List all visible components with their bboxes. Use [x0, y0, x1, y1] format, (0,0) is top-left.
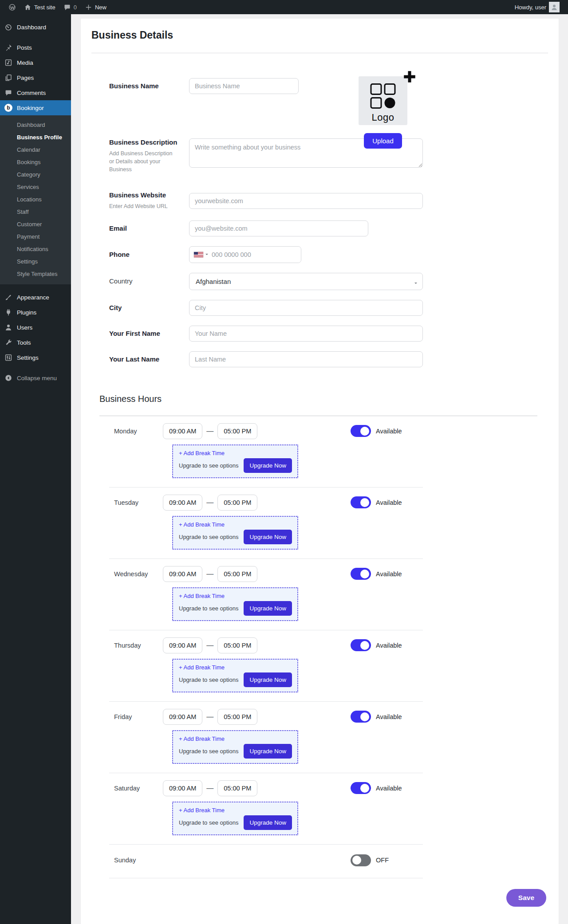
end-time-input[interactable]: 05:00 PM	[217, 566, 257, 582]
site-menu[interactable]: Test site	[20, 0, 59, 14]
sidebar-item-posts[interactable]: Posts	[0, 40, 71, 55]
start-time-input[interactable]: 09:00 AM	[163, 709, 202, 725]
sidebar-subitem-notifications[interactable]: Notifications	[0, 243, 71, 255]
page-title: Business Details	[91, 28, 548, 53]
upgrade-now-button[interactable]: Upgrade Now	[244, 815, 292, 830]
sidebar-item-bookingor[interactable]: b Bookingor	[0, 100, 71, 115]
business-website-help: Enter Add Website URL	[109, 202, 176, 210]
country-select[interactable]: Afghanistan	[189, 273, 423, 290]
wrench-icon	[4, 338, 12, 346]
availability-label: Available	[376, 642, 402, 649]
end-time-input[interactable]: 05:00 PM	[217, 709, 257, 725]
add-break-time-link[interactable]: + Add Break Time	[179, 521, 292, 528]
sidebar-item-users[interactable]: Users	[0, 320, 71, 335]
sidebar-subitem-settings[interactable]: Settings	[0, 255, 71, 267]
add-break-time-link[interactable]: + Add Break Time	[179, 450, 292, 456]
availability-toggle[interactable]	[351, 782, 371, 794]
new-label: New	[95, 4, 106, 11]
sidebar-subitem-calendar[interactable]: Calendar	[0, 143, 71, 156]
sidebar-item-settings[interactable]: Settings	[0, 350, 71, 365]
business-name-input[interactable]	[189, 78, 299, 94]
phone-label: Phone	[109, 251, 130, 258]
sidebar-subitem-style-templates[interactable]: Style Templates	[0, 267, 71, 280]
time-range-dash: —	[206, 641, 213, 649]
sidebar-subitem-bookings[interactable]: Bookings	[0, 156, 71, 168]
add-break-time-link[interactable]: + Add Break Time	[179, 735, 292, 742]
end-time-input[interactable]: 05:00 PM	[217, 495, 257, 511]
sidebar-item-media[interactable]: Media	[0, 55, 71, 70]
sidebar-item-plugins[interactable]: Plugins	[0, 305, 71, 320]
business-hours-row: Monday 09:00 AM — 05:00 PM Available + A…	[109, 416, 423, 488]
sidebar-item-dashboard[interactable]: Dashboard	[0, 20, 71, 35]
upgrade-now-button[interactable]: Upgrade Now	[244, 530, 292, 544]
day-label: Thursday	[109, 642, 163, 649]
logo-placeholder[interactable]: Logo	[359, 76, 407, 125]
add-break-time-link[interactable]: + Add Break Time	[179, 807, 292, 814]
day-label: Saturday	[109, 785, 163, 792]
upgrade-now-button[interactable]: Upgrade Now	[244, 744, 292, 759]
add-break-time-link[interactable]: + Add Break Time	[179, 664, 292, 671]
sidebar-item-label: Tools	[17, 339, 31, 346]
add-break-time-link[interactable]: + Add Break Time	[179, 593, 292, 599]
availability-toggle[interactable]	[351, 496, 371, 508]
sidebar-item-label: Dashboard	[17, 24, 46, 31]
plug-icon	[4, 308, 12, 316]
sidebar-subitem-staff[interactable]: Staff	[0, 205, 71, 218]
upgrade-now-button[interactable]: Upgrade Now	[244, 458, 292, 473]
email-input[interactable]	[189, 220, 368, 236]
upgrade-now-button[interactable]: Upgrade Now	[244, 672, 292, 687]
howdy-user-menu[interactable]: Howdy, user	[511, 0, 564, 14]
new-content-menu[interactable]: New	[81, 0, 110, 14]
sidebar-subitem-payment[interactable]: Payment	[0, 230, 71, 243]
save-button[interactable]: Save	[506, 889, 546, 907]
sidebar-item-label: Bookingor	[17, 105, 44, 111]
upgrade-hint-text: Upgrade to see options	[179, 748, 238, 755]
sidebar-subitem-services[interactable]: Services	[0, 181, 71, 193]
sidebar-item-pages[interactable]: Pages	[0, 70, 71, 85]
time-range-dash: —	[206, 713, 213, 721]
business-description-help: Add Business Description or Details abou…	[109, 149, 176, 173]
business-hours-row: Friday 09:00 AM — 05:00 PM Available + A…	[109, 702, 423, 773]
comments-menu[interactable]: 0	[59, 0, 81, 14]
sidebar-subitem-locations[interactable]: Locations	[0, 193, 71, 205]
city-input[interactable]	[189, 300, 423, 316]
business-hours-row: Tuesday 09:00 AM — 05:00 PM Available + …	[109, 488, 423, 559]
phone-input[interactable]	[208, 247, 301, 263]
start-time-input[interactable]: 09:00 AM	[163, 495, 202, 511]
admin-top-bar: Test site 0 New Howdy, user	[0, 0, 568, 14]
toggle-knob-icon	[352, 856, 361, 865]
end-time-input[interactable]: 05:00 PM	[217, 637, 257, 653]
toggle-knob-icon	[360, 427, 369, 436]
us-flag-icon[interactable]	[194, 252, 203, 257]
upgrade-now-button[interactable]: Upgrade Now	[244, 601, 292, 616]
upgrade-hint-text: Upgrade to see options	[179, 462, 238, 469]
start-time-input[interactable]: 09:00 AM	[163, 423, 202, 439]
last-name-input[interactable]	[189, 351, 423, 367]
business-website-input[interactable]	[189, 193, 423, 209]
availability-toggle[interactable]	[351, 711, 371, 723]
collapse-menu-button[interactable]: Collapse menu	[0, 370, 71, 385]
sidebar-subitem-customer[interactable]: Customer	[0, 218, 71, 230]
wordpress-logo-icon[interactable]	[4, 0, 20, 14]
first-name-input[interactable]	[189, 326, 423, 342]
collapse-arrow-icon	[4, 374, 12, 382]
start-time-input[interactable]: 09:00 AM	[163, 780, 202, 796]
upload-button[interactable]: Upload	[364, 133, 402, 149]
availability-toggle[interactable]	[351, 854, 371, 866]
start-time-input[interactable]: 09:00 AM	[163, 566, 202, 582]
sidebar-subitem-category[interactable]: Category	[0, 168, 71, 181]
availability-toggle[interactable]	[351, 568, 371, 580]
break-time-box: + Add Break Time Upgrade to see options …	[172, 730, 298, 764]
start-time-input[interactable]: 09:00 AM	[163, 637, 202, 653]
sidebar-item-tools[interactable]: Tools	[0, 335, 71, 350]
end-time-input[interactable]: 05:00 PM	[217, 780, 257, 796]
sidebar-item-appearance[interactable]: Appearance	[0, 290, 71, 305]
sidebar-item-comments[interactable]: Comments	[0, 85, 71, 100]
availability-toggle[interactable]	[351, 639, 371, 651]
availability-toggle[interactable]	[351, 425, 371, 437]
business-website-label: Business Website	[109, 191, 166, 199]
sidebar-subitem-dashboard[interactable]: Dashboard	[0, 118, 71, 131]
end-time-input[interactable]: 05:00 PM	[217, 423, 257, 439]
sidebar-subitem-business-profile[interactable]: Business Profile	[0, 131, 71, 143]
sidebar-item-label: Users	[17, 324, 32, 331]
